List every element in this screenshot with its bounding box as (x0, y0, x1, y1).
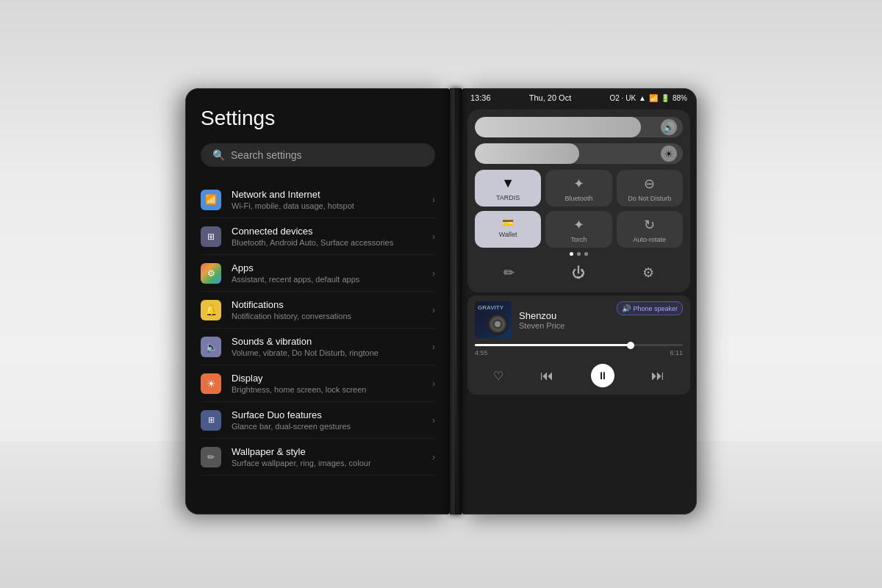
autorotate-toggle-icon: ↻ (644, 217, 655, 233)
wallet-toggle-icon: 💳 (502, 217, 514, 228)
wallet-toggle-label: Wallet (499, 231, 517, 238)
notifications-subtitle: Notification history, conversations (232, 312, 422, 320)
network-icon: 📶 (201, 190, 221, 210)
sounds-chevron: › (432, 342, 435, 352)
bluetooth-toggle-label: Bluetooth (564, 195, 592, 202)
signal-icon: 📶 (649, 94, 658, 102)
settings-item-apps[interactable]: ⚙ Apps Assistant, recent apps, default a… (201, 255, 435, 292)
page-dots (475, 252, 683, 256)
wallpaper-icon: ✏ (201, 447, 221, 467)
torch-toggle-label: Torch (570, 236, 587, 243)
wifi-icon: ▲ (639, 94, 646, 102)
speaker-icon: 🔊 (622, 304, 631, 312)
wallpaper-chevron: › (432, 452, 435, 462)
settings-item-connected[interactable]: ⊞ Connected devices Bluetooth, Android A… (201, 218, 435, 255)
music-header: GRAVITY Shenzou Steven Price 🔊 Phone spe… (467, 295, 690, 344)
dot-1 (570, 252, 573, 256)
sounds-subtitle: Volume, vibrate, Do Not Disturb, rington… (232, 348, 422, 357)
apps-icon: ⚙ (201, 263, 221, 284)
surface-subtitle: Glance bar, dual-screen gestures (232, 422, 422, 431)
settings-item-network[interactable]: 📶 Network and Internet Wi-Fi, mobile, da… (201, 182, 435, 218)
total-time: 6:11 (670, 349, 683, 356)
edit-icon[interactable]: ✏ (503, 265, 514, 281)
volume-icon: 🔊 (661, 119, 677, 135)
search-icon: 🔍 (212, 149, 225, 161)
dnd-toggle[interactable]: ⊖ Do Not Disturb (617, 170, 683, 207)
skip-prev-icon[interactable]: ⏮ (540, 368, 553, 384)
settings-item-surface[interactable]: ⊞ Surface Duo features Glance bar, dual-… (201, 402, 435, 439)
phone-left: Settings 🔍 Search settings 📶 Network and… (185, 88, 450, 514)
progress-bar[interactable] (475, 344, 683, 346)
search-bar[interactable]: 🔍 Search settings (201, 143, 435, 167)
play-pause-icon[interactable]: ⏸ (591, 364, 614, 387)
hinge (450, 88, 462, 514)
sounds-icon: 🔈 (201, 337, 221, 357)
progress-times: 4:55 6:11 (475, 349, 683, 356)
apps-text: Apps Assistant, recent apps, default app… (232, 262, 422, 284)
surface-chevron: › (432, 415, 435, 426)
network-title: Network and Internet (232, 189, 422, 200)
volume-slider-row: 🔊 (475, 117, 683, 137)
wallpaper-title: Wallpaper & style (232, 446, 422, 457)
sounds-title: Sounds & vibration (232, 336, 422, 347)
settings-item-wallpaper[interactable]: ✏ Wallpaper & style Surface wallpaper, r… (201, 439, 435, 476)
notifications-chevron: › (432, 305, 435, 315)
toggle-grid: ▼ TARDIS ✦ Bluetooth ⊖ Do Not Disturb (475, 170, 683, 248)
dot-3 (584, 252, 588, 256)
autorotate-toggle[interactable]: ↻ Auto-rotate (617, 211, 683, 248)
music-progress: 4:55 6:11 (467, 344, 690, 359)
connected-chevron: › (432, 232, 435, 242)
torch-toggle[interactable]: ✦ Torch (545, 211, 612, 248)
heart-icon[interactable]: ♡ (493, 369, 503, 383)
music-player: GRAVITY Shenzou Steven Price 🔊 Phone spe… (467, 295, 690, 395)
volume-fill (475, 117, 641, 137)
surface-text: Surface Duo features Glance bar, dual-sc… (232, 409, 422, 431)
search-placeholder: Search settings (231, 149, 302, 161)
status-time: 13:36 (470, 93, 491, 102)
power-icon[interactable]: ⏻ (572, 265, 585, 281)
sounds-text: Sounds & vibration Volume, vibrate, Do N… (232, 336, 422, 357)
wifi-toggle-icon: ▼ (501, 176, 514, 191)
skip-next-icon[interactable]: ⏭ (651, 368, 664, 384)
device-dual-phone: Settings 🔍 Search settings 📶 Network and… (185, 88, 697, 514)
progress-thumb (627, 342, 634, 349)
connected-icon: ⊞ (201, 226, 221, 247)
connected-title: Connected devices (232, 226, 422, 237)
notifications-icon: 🔔 (201, 300, 221, 320)
apps-title: Apps (232, 262, 422, 273)
status-bar: 13:36 Thu, 20 Oct O2 · UK ▲ 📶 🔋 88% (462, 89, 696, 107)
volume-slider[interactable]: 🔊 (475, 117, 683, 137)
album-text: GRAVITY (478, 304, 503, 311)
settings-item-display[interactable]: ☀ Display Brightness, home screen, lock … (201, 365, 435, 402)
battery-percent: 88% (673, 94, 687, 102)
notifications-text: Notifications Notification history, conv… (232, 299, 422, 320)
brightness-slider[interactable]: ☀ (475, 143, 683, 164)
network-text: Network and Internet Wi-Fi, mobile, data… (232, 189, 422, 210)
bluetooth-toggle-icon: ✦ (573, 176, 584, 192)
apps-chevron: › (432, 268, 435, 279)
wallpaper-subtitle: Surface wallpaper, ring, images, colour (232, 459, 422, 467)
output-badge[interactable]: 🔊 Phone speaker (617, 301, 683, 315)
bottom-icon-row: ✏ ⏻ ⚙ (475, 260, 683, 285)
screen-right: 13:36 Thu, 20 Oct O2 · UK ▲ 📶 🔋 88% (462, 89, 696, 514)
album-art: GRAVITY (475, 301, 512, 338)
display-text: Display Brightness, home screen, lock sc… (232, 373, 422, 394)
brightness-slider-row: ☀ (475, 143, 683, 164)
current-time: 4:55 (475, 349, 488, 356)
phone-right: 13:36 Thu, 20 Oct O2 · UK ▲ 📶 🔋 88% (462, 88, 697, 514)
wallet-toggle[interactable]: 💳 Wallet (475, 211, 541, 248)
output-label: Phone speaker (633, 305, 678, 312)
carrier-text: O2 · UK (609, 94, 636, 102)
settings-gear-icon[interactable]: ⚙ (642, 265, 654, 281)
settings-item-sounds[interactable]: 🔈 Sounds & vibration Volume, vibrate, Do… (201, 329, 435, 365)
surface-icon: ⊞ (201, 410, 221, 431)
quick-settings-panel: 🔊 ☀ ▼ TARDIS (467, 110, 690, 293)
settings-item-notifications[interactable]: 🔔 Notifications Notification history, co… (201, 292, 435, 329)
status-date: Thu, 20 Oct (529, 93, 571, 102)
brightness-icon: ☀ (661, 146, 677, 162)
bluetooth-toggle[interactable]: ✦ Bluetooth (545, 170, 612, 207)
display-title: Display (232, 373, 422, 384)
torch-toggle-icon: ✦ (573, 217, 584, 233)
settings-title: Settings (201, 107, 435, 130)
wifi-toggle[interactable]: ▼ TARDIS (475, 170, 541, 207)
